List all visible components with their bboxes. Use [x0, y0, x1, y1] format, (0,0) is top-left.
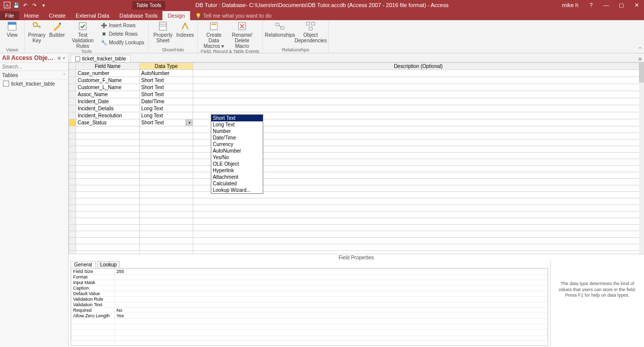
row-selector[interactable] [69, 133, 76, 140]
row-selector[interactable] [69, 77, 76, 84]
dropdown-option[interactable]: Currency [211, 141, 263, 148]
create-data-macros-button[interactable]: Create Data Macros ▾ [201, 21, 227, 49]
col-header-data-type[interactable]: Data Type [140, 63, 193, 70]
data-type-cell[interactable]: AutoNumber [140, 70, 193, 77]
property-value-cell[interactable]: No [115, 308, 548, 313]
row-selector[interactable] [69, 146, 76, 153]
field-name-cell[interactable] [76, 238, 140, 244]
description-cell[interactable] [193, 212, 644, 218]
description-cell[interactable] [193, 251, 644, 254]
row-selector[interactable] [69, 140, 76, 146]
field-name-cell[interactable] [76, 172, 140, 179]
property-value-cell[interactable] [115, 324, 548, 330]
property-name-cell[interactable]: Allow Zero Length [72, 313, 115, 319]
description-cell[interactable] [193, 70, 644, 77]
description-cell[interactable] [193, 238, 644, 244]
property-name-cell[interactable]: Format [72, 274, 115, 280]
property-value-cell[interactable] [115, 286, 548, 291]
select-all-corner[interactable] [69, 63, 76, 70]
design-grid-table[interactable]: Field Name Data Type Description (Option… [69, 62, 644, 254]
dropdown-option[interactable]: Long Text [211, 121, 263, 128]
modify-lookups-button[interactable]: 🔧Modify Lookups [99, 38, 145, 46]
data-type-cell[interactable]: Date/Time [140, 98, 193, 105]
property-name-cell[interactable]: Required [72, 308, 115, 313]
field-name-cell[interactable] [76, 179, 140, 185]
row-selector[interactable] [69, 91, 76, 98]
description-cell[interactable] [193, 105, 644, 112]
row-selector[interactable] [69, 159, 76, 166]
description-cell[interactable] [193, 198, 644, 205]
property-name-cell[interactable]: Input Mask [72, 280, 115, 286]
data-type-cell[interactable]: Short Text [140, 91, 193, 98]
object-dependencies-button[interactable]: Object Dependencies [296, 21, 325, 43]
description-cell[interactable] [193, 77, 644, 84]
data-type-cell[interactable]: Long Text [140, 112, 193, 119]
data-type-input[interactable] [141, 120, 184, 126]
field-name-cell[interactable] [76, 133, 140, 140]
tab-home[interactable]: Home [19, 11, 44, 20]
property-name-cell[interactable] [72, 335, 115, 341]
description-cell[interactable] [193, 98, 644, 105]
row-selector[interactable] [69, 119, 76, 126]
field-name-cell[interactable] [76, 251, 140, 254]
data-type-cell[interactable] [140, 192, 193, 198]
property-value-cell[interactable]: Yes [115, 313, 548, 319]
property-value-cell[interactable] [115, 302, 548, 308]
property-name-cell[interactable]: Default Value [72, 291, 115, 297]
data-type-cell[interactable]: Short Text [140, 84, 193, 91]
field-name-cell[interactable] [76, 166, 140, 172]
tab-design[interactable]: Design [162, 11, 190, 20]
data-type-cell[interactable] [140, 205, 193, 212]
data-type-dropdown[interactable]: Short TextLong TextNumberDate/TimeCurren… [211, 114, 263, 194]
data-type-cell[interactable]: Long Text [140, 105, 193, 112]
primary-key-button[interactable]: Primary Key [28, 21, 46, 43]
row-selector[interactable] [69, 185, 76, 192]
data-type-cell[interactable] [140, 179, 193, 185]
data-type-cell[interactable] [140, 244, 193, 251]
field-name-cell[interactable]: Customer_F_Name [76, 77, 140, 84]
row-selector[interactable] [69, 205, 76, 212]
row-selector[interactable] [69, 218, 76, 225]
property-name-cell[interactable]: Caption [72, 286, 115, 291]
dropdown-option[interactable]: Calculated [211, 180, 263, 187]
data-type-cell[interactable] [140, 140, 193, 146]
row-selector[interactable] [69, 105, 76, 112]
data-type-cell[interactable] [140, 212, 193, 218]
tab-create[interactable]: Create [44, 11, 71, 20]
dropdown-option[interactable]: AutoNumber [211, 148, 263, 154]
rename-delete-macro-button[interactable]: Rename/ Delete Macro [229, 21, 255, 49]
tell-me-search[interactable]: 💡 Tell me what you want to do [190, 11, 277, 20]
description-cell[interactable] [193, 218, 644, 225]
field-name-cell[interactable]: Case_Status [76, 119, 140, 126]
property-name-cell[interactable] [72, 330, 115, 335]
nav-object-ticket-tracker[interactable]: ticket_tracker_table [0, 80, 68, 88]
data-type-cell[interactable] [140, 238, 193, 244]
description-cell[interactable] [193, 84, 644, 91]
field-name-cell[interactable] [76, 159, 140, 166]
dropdown-option[interactable]: Short Text [211, 115, 263, 121]
field-name-cell[interactable] [76, 212, 140, 218]
indexes-button[interactable]: Indexes [176, 21, 194, 38]
restore-button[interactable]: ▢ [614, 0, 629, 10]
field-name-cell[interactable]: Incident_Details [76, 105, 140, 112]
row-selector[interactable] [69, 244, 76, 251]
field-name-cell[interactable] [76, 218, 140, 225]
user-name[interactable]: mike h [557, 2, 583, 8]
field-name-cell[interactable]: Assoc_Name [76, 91, 140, 98]
undo-icon[interactable]: ↶ [21, 1, 29, 9]
nav-search-input[interactable] [0, 63, 68, 71]
row-selector[interactable] [69, 126, 76, 133]
dropdown-option[interactable]: Number [211, 128, 263, 134]
row-selector[interactable] [69, 192, 76, 198]
property-name-cell[interactable] [72, 324, 115, 330]
dropdown-option[interactable]: OLE Object [211, 161, 263, 167]
close-tab-icon[interactable]: ✕ [638, 56, 642, 62]
qat-customize-icon[interactable]: ▾ [39, 1, 47, 9]
property-name-cell[interactable]: Validation Text [72, 302, 115, 308]
field-name-cell[interactable]: Incident_Resolution [76, 112, 140, 119]
nav-pane-header[interactable]: All Access Obje… ⊙ « [0, 53, 68, 63]
row-selector[interactable] [69, 172, 76, 179]
property-value-cell[interactable] [115, 319, 548, 324]
data-type-dropdown-button[interactable]: ▾ [186, 119, 193, 126]
field-name-cell[interactable]: Case_number [76, 70, 140, 77]
